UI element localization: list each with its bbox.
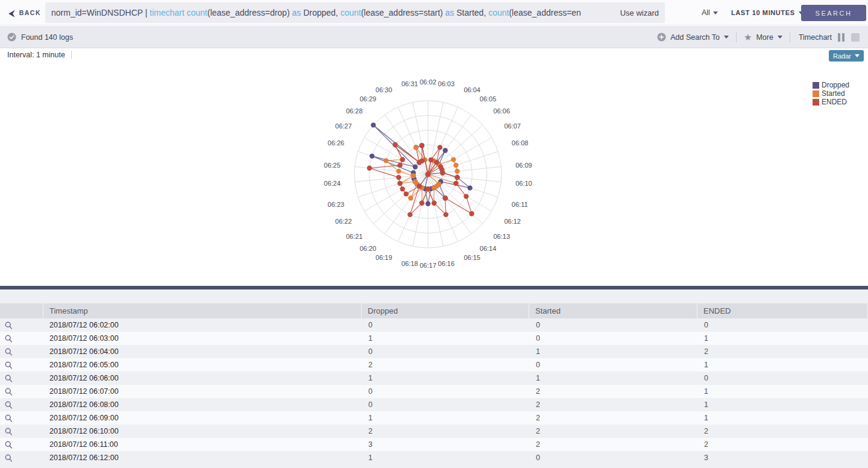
legend-item: Dropped bbox=[813, 81, 849, 89]
query-segment: count bbox=[341, 8, 361, 17]
radar-data-point-ended[interactable] bbox=[464, 194, 468, 198]
radar-data-point-ended[interactable] bbox=[420, 143, 424, 148]
radar-data-point-ended[interactable] bbox=[426, 172, 430, 177]
radar-data-point-dropped[interactable] bbox=[442, 148, 447, 153]
radar-data-point-ended[interactable] bbox=[440, 170, 445, 175]
radar-data-point-dropped[interactable] bbox=[467, 185, 472, 190]
back-button[interactable]: ⮜ BACK bbox=[8, 0, 41, 25]
cell-timestamp: 2018/07/12 06:12:00 bbox=[43, 451, 362, 464]
use-wizard-link[interactable]: Use wizard bbox=[620, 8, 659, 17]
back-arrow-icon: ⮜ bbox=[8, 8, 15, 17]
radar-data-point-ended[interactable] bbox=[434, 160, 439, 165]
radar-data-point-ended[interactable] bbox=[417, 184, 421, 189]
timechart-label: Timechart bbox=[790, 33, 838, 42]
radar-data-point-ended[interactable] bbox=[392, 142, 397, 147]
header-cell-timestamp[interactable]: Timestamp bbox=[43, 303, 362, 318]
radar-data-point-ended[interactable] bbox=[429, 157, 433, 162]
cell-timestamp: 2018/07/12 06:03:00 bbox=[43, 332, 362, 345]
legend-label: ENDED bbox=[822, 98, 847, 106]
cell-started: 0 bbox=[529, 358, 697, 372]
drilldown-search-button[interactable] bbox=[0, 385, 43, 398]
drilldown-search-button[interactable] bbox=[0, 451, 43, 464]
repo-scope-dropdown[interactable]: All bbox=[702, 0, 718, 25]
full-view-icon[interactable] bbox=[851, 33, 860, 42]
radar-data-point-ended[interactable] bbox=[404, 191, 409, 196]
radar-axis-label: 06:29 bbox=[360, 95, 377, 103]
check-circle-icon bbox=[7, 33, 16, 42]
magnifier-icon bbox=[5, 454, 13, 462]
radar-data-point-started[interactable] bbox=[454, 169, 459, 174]
add-search-to-dropdown[interactable]: Add Search To bbox=[650, 33, 736, 42]
radar-data-point-ended[interactable] bbox=[438, 145, 442, 150]
query-segment: norm_id=WinDNSDHCP | bbox=[51, 8, 149, 17]
query-segment: count bbox=[488, 8, 509, 17]
drilldown-search-button[interactable] bbox=[0, 411, 43, 425]
radar-data-point-ended[interactable] bbox=[407, 212, 412, 217]
search-button[interactable]: SEARCH bbox=[801, 5, 866, 21]
radar-data-point-ended[interactable] bbox=[426, 186, 430, 191]
header-cell-started[interactable]: Started bbox=[529, 303, 697, 318]
radar-data-point-dropped[interactable] bbox=[371, 122, 376, 127]
drilldown-search-button[interactable] bbox=[0, 425, 43, 438]
drilldown-search-button[interactable] bbox=[0, 438, 43, 451]
drilldown-search-button[interactable] bbox=[0, 372, 43, 385]
radar-data-point-started[interactable] bbox=[413, 179, 418, 184]
cell-timestamp: 2018/07/12 06:06:00 bbox=[43, 372, 362, 385]
radar-data-point-ended[interactable] bbox=[444, 212, 448, 217]
chart-type-label: Radar bbox=[833, 52, 851, 60]
query-segment: count bbox=[187, 8, 207, 17]
radar-data-point-ended[interactable] bbox=[396, 175, 401, 180]
search-query-input[interactable]: norm_id=WinDNSDHCP | timechart count(lea… bbox=[45, 2, 665, 23]
chart-type-dropdown[interactable]: Radar bbox=[829, 50, 864, 62]
magnifier-icon bbox=[5, 388, 13, 396]
radar-axis-label: 06:02 bbox=[420, 78, 436, 86]
radar-axis-label: 06:15 bbox=[464, 254, 480, 261]
partial-next-row bbox=[0, 464, 868, 467]
radar-axis-label: 06:13 bbox=[493, 233, 510, 240]
time-range-dropdown[interactable]: LAST 10 MINUTES bbox=[731, 0, 804, 25]
radar-data-point-started[interactable] bbox=[383, 158, 388, 163]
radar-data-point-ended[interactable] bbox=[432, 201, 436, 206]
radar-data-point-ended[interactable] bbox=[469, 211, 474, 216]
radar-axis-label: 06:18 bbox=[401, 260, 418, 267]
column-view-icon[interactable] bbox=[838, 33, 846, 42]
header-cell-ended[interactable]: ENDED bbox=[697, 303, 868, 318]
radar-axis-label: 06:28 bbox=[346, 107, 363, 115]
radar-data-point-ended[interactable] bbox=[400, 186, 405, 191]
radar-data-point-started[interactable] bbox=[432, 185, 436, 190]
radar-data-point-dropped[interactable] bbox=[413, 165, 418, 169]
cell-started: 0 bbox=[529, 451, 697, 464]
chevron-down-icon bbox=[713, 11, 718, 14]
radar-data-point-ended[interactable] bbox=[420, 159, 424, 163]
radar-data-point-ended[interactable] bbox=[442, 195, 447, 200]
top-bar: ⮜ BACK norm_id=WinDNSDHCP | timechart co… bbox=[0, 0, 868, 25]
radar-data-point-ended[interactable] bbox=[454, 175, 459, 180]
radar-data-point-started[interactable] bbox=[408, 195, 413, 200]
cell-timestamp: 2018/07/12 06:07:00 bbox=[43, 385, 362, 398]
radar-data-point-ended[interactable] bbox=[400, 157, 405, 162]
drilldown-search-button[interactable] bbox=[0, 332, 43, 345]
radar-axis-label: 06:24 bbox=[324, 180, 341, 187]
radar-data-point-ended[interactable] bbox=[453, 181, 458, 186]
radar-data-point-ended[interactable] bbox=[420, 201, 424, 206]
radar-data-point-started[interactable] bbox=[451, 157, 456, 162]
drilldown-search-button[interactable] bbox=[0, 358, 43, 372]
magnifier-icon bbox=[5, 414, 13, 422]
header-cell-dropped[interactable]: Dropped bbox=[362, 303, 529, 318]
radar-data-point-started[interactable] bbox=[411, 173, 416, 178]
radar-axis-label: 06:12 bbox=[504, 218, 521, 225]
radar-data-point-dropped[interactable] bbox=[426, 201, 430, 206]
radar-data-point-ended[interactable] bbox=[397, 181, 402, 186]
more-dropdown[interactable]: ★ More bbox=[737, 33, 790, 42]
drilldown-search-button[interactable] bbox=[0, 398, 43, 411]
radar-data-point-started[interactable] bbox=[453, 163, 458, 168]
radar-axis-label: 06:22 bbox=[335, 218, 352, 225]
radar-data-point-ended[interactable] bbox=[397, 163, 402, 168]
radar-data-point-dropped[interactable] bbox=[370, 154, 374, 159]
drilldown-search-button[interactable] bbox=[0, 345, 43, 358]
drilldown-search-button[interactable] bbox=[0, 318, 43, 332]
radar-data-point-started[interactable] bbox=[396, 169, 401, 174]
query-segment: (lease_address=en bbox=[509, 8, 580, 17]
radar-data-point-ended[interactable] bbox=[367, 166, 372, 171]
radar-data-point-started[interactable] bbox=[414, 145, 418, 150]
